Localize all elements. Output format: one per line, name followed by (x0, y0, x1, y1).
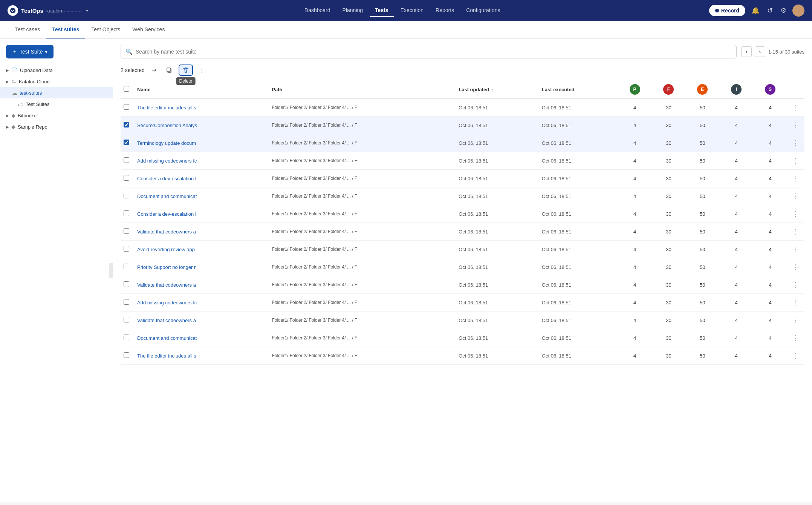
row-name-link[interactable]: Consider a dev-escalation l (137, 176, 196, 181)
nav-reports[interactable]: Reports (430, 4, 459, 17)
sidebar-item-katalon-cloud[interactable]: ▶ 🗂 Katalon Cloud (0, 76, 113, 87)
row-last-executed-cell: Oct 06, 18:51 (539, 205, 618, 223)
row-more-button[interactable]: ⋮ (790, 298, 801, 307)
tab-test-suites[interactable]: Test suites (46, 21, 85, 38)
row-checkbox[interactable] (124, 193, 129, 198)
row-name-link[interactable]: The file editor includes all s (137, 105, 196, 111)
row-p-cell: 4 (618, 117, 652, 134)
row-name-link[interactable]: Document and communicat (137, 335, 197, 341)
workspace-chevron-icon[interactable]: ▾ (86, 8, 88, 13)
expand-arrow-icon: ▶ (6, 125, 9, 129)
row-name-link[interactable]: Document and communicat (137, 193, 197, 199)
row-checkbox[interactable] (124, 352, 129, 358)
row-more-button[interactable]: ⋮ (790, 138, 801, 148)
row-checkbox[interactable] (124, 299, 129, 305)
search-input[interactable] (136, 49, 732, 55)
row-checkbox[interactable] (124, 122, 129, 127)
row-checkbox[interactable] (124, 210, 129, 216)
row-name-link[interactable]: Add missing codeowners fc (137, 158, 197, 164)
row-checkbox[interactable] (124, 104, 129, 110)
more-actions-button[interactable]: ⋮ (197, 65, 207, 75)
tab-web-services[interactable]: Web Services (126, 21, 171, 38)
row-i-cell: 4 (719, 205, 753, 223)
row-p-cell: 4 (618, 223, 652, 241)
row-name-link[interactable]: Terminology update docum (137, 140, 196, 146)
tab-test-objects[interactable]: Test Objects (85, 21, 126, 38)
row-more-button[interactable]: ⋮ (790, 103, 801, 112)
sidebar-item-bitbucket[interactable]: ▶ ◆ Bitbucket (0, 110, 113, 121)
row-more-button[interactable]: ⋮ (790, 191, 801, 201)
nav-execution[interactable]: Execution (395, 4, 429, 17)
row-more-button[interactable]: ⋮ (790, 262, 801, 272)
row-last-executed-cell: Oct 06, 18:51 (539, 152, 618, 170)
next-page-button[interactable]: › (755, 46, 765, 57)
row-name-link[interactable]: Consider a dev-escalation l (137, 211, 196, 217)
row-name-link[interactable]: The file editor includes all s (137, 353, 196, 359)
row-more-button[interactable]: ⋮ (790, 156, 801, 166)
row-i-cell: 4 (719, 329, 753, 347)
settings-icon[interactable]: ⚙ (779, 5, 788, 16)
nav-dashboard[interactable]: Dashboard (299, 4, 336, 17)
row-last-executed-cell: Oct 06, 18:51 (539, 347, 618, 365)
row-name-link[interactable]: Secure:Composition Analys (137, 123, 197, 128)
row-more-button[interactable]: ⋮ (790, 244, 801, 254)
nav-planning[interactable]: Planning (337, 4, 369, 17)
row-path-cell: Folder1/ Folder 2/ Folder 3/ Folder 4/ .… (269, 347, 456, 365)
row-name-link[interactable]: Validate that codeowners a (137, 229, 196, 235)
tab-test-cases[interactable]: Test cases (9, 21, 46, 38)
row-checkbox[interactable] (124, 140, 129, 145)
notifications-icon[interactable]: 🔔 (750, 5, 761, 16)
move-button[interactable] (148, 65, 160, 75)
select-all-checkbox[interactable] (124, 86, 129, 92)
table-row: Add missing codeowners fc Folder1/ Folde… (121, 294, 804, 312)
row-checkbox[interactable] (124, 335, 129, 340)
nav-configurations[interactable]: Configurations (461, 4, 505, 17)
row-more-button[interactable]: ⋮ (790, 351, 801, 361)
nav-tests[interactable]: Tests (370, 4, 394, 17)
history-icon[interactable]: ↺ (766, 5, 774, 16)
row-checkbox[interactable] (124, 246, 129, 252)
sidebar-item-uploaded-data[interactable]: ▶ 📄 Uploaded Data (0, 64, 113, 76)
add-test-suite-button[interactable]: ＋ Test Suite ▾ (6, 45, 54, 58)
sidebar-item-sample-repo[interactable]: ▶ ◆ Sample Repo (0, 121, 113, 132)
sidebar-item-test-suites-local[interactable]: 🗃 Test Suites (0, 98, 113, 110)
row-checkbox-cell (121, 134, 134, 152)
row-i-cell: 4 (719, 241, 753, 258)
delete-button[interactable] (179, 64, 193, 76)
row-checkbox[interactable] (124, 175, 129, 181)
record-button[interactable]: Record (709, 5, 745, 16)
row-more-button[interactable]: ⋮ (790, 120, 801, 130)
row-more-button[interactable]: ⋮ (790, 333, 801, 343)
row-checkbox[interactable] (124, 228, 129, 234)
row-more-button[interactable]: ⋮ (790, 315, 801, 325)
row-more-button[interactable]: ⋮ (790, 209, 801, 219)
row-last-updated-cell: Oct 06, 18:51 (456, 205, 539, 223)
row-name-link[interactable]: Validate that codeowners a (137, 282, 196, 288)
row-last-executed-cell: Oct 06, 18:51 (539, 312, 618, 329)
row-checkbox[interactable] (124, 281, 129, 287)
prev-page-button[interactable]: ‹ (741, 46, 752, 57)
col-checkbox (121, 80, 134, 99)
row-checkbox[interactable] (124, 317, 129, 322)
row-path-cell: Folder1/ Folder 2/ Folder 3/ Folder 4/ .… (269, 223, 456, 241)
row-more-button[interactable]: ⋮ (790, 173, 801, 183)
row-p-cell: 4 (618, 276, 652, 294)
row-name-link[interactable]: Avoid reverting review app (137, 247, 195, 252)
main-layout: ＋ Test Suite ▾ ▶ 📄 Uploaded Data ▶ 🗂 Kat… (0, 39, 812, 502)
user-avatar[interactable] (792, 5, 804, 17)
row-s-cell: 4 (753, 276, 787, 294)
row-checkbox[interactable] (124, 157, 129, 163)
i-badge: I (731, 84, 742, 95)
sidebar-collapse-handle[interactable]: ‹ (109, 263, 113, 278)
row-name-link[interactable]: Add missing codeowners fc (137, 300, 197, 305)
row-name-link[interactable]: Priority Support no longer r (137, 264, 196, 270)
logo-area[interactable]: TestOps katalon-·············· ▾ (8, 5, 88, 16)
sidebar-item-test-suites[interactable]: ☁ test-suites ⋯ (0, 87, 113, 98)
row-more-button[interactable]: ⋮ (790, 280, 801, 290)
row-more-button[interactable]: ⋮ (790, 227, 801, 236)
row-checkbox-cell (121, 329, 134, 347)
table-row: Avoid reverting review app Folder1/ Fold… (121, 241, 804, 258)
row-checkbox[interactable] (124, 264, 129, 269)
row-name-link[interactable]: Validate that codeowners a (137, 318, 196, 323)
copy-button[interactable] (164, 65, 175, 75)
